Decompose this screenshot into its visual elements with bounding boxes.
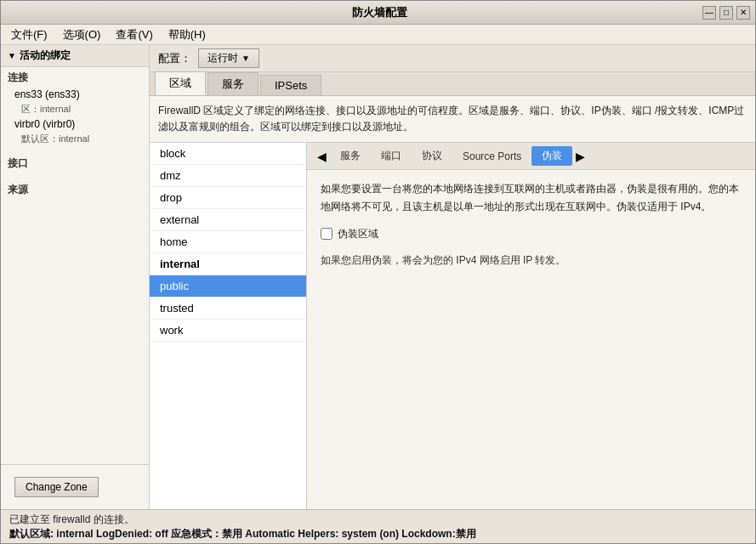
window-title: 防火墙配置 [57,5,702,20]
sidebar-item-ens33[interactable]: ens33 (ens33) [1,87,149,102]
zone-home[interactable]: home [150,231,306,253]
tab-services[interactable]: 服务 [207,72,259,95]
sidebar-bottom: Change Zone [1,464,149,509]
connections-group-label: 连接 [1,67,149,87]
status-line2: 默认区域: internal LogDenied: off 应急模式：禁用 Au… [9,527,747,541]
status-bar: 已建立至 firewalld 的连接。 默认区域: internal LogDe… [1,509,755,543]
masquerade-content: 如果您要设置一台将您的本地网络连接到互联网的主机或者路由器，伪装是很有用的。您的… [307,170,755,509]
masquerade-desc1: 如果您要设置一台将您的本地网络连接到互联网的主机或者路由器，伪装是很有用的。您的… [321,180,742,215]
sidebar-item-virbr0-zone: 默认区：internal [1,132,149,146]
maximize-button[interactable]: □ [719,6,733,20]
main-area: ▼ 活动的绑定 连接 ens33 (ens33) 区：internal virb… [1,45,755,509]
status-line1: 已建立至 firewalld 的连接。 [9,513,747,527]
config-bar: 配置： 运行时 ▼ [150,45,755,72]
sidebar: ▼ 活动的绑定 连接 ens33 (ens33) 区：internal virb… [1,45,150,509]
tab-ipsets[interactable]: IPSets [260,75,321,95]
zone-block[interactable]: block [150,143,306,165]
title-bar: 防火墙配置 — □ ✕ [1,1,755,25]
runtime-button[interactable]: 运行时 ▼ [198,48,259,68]
masquerade-checkbox[interactable] [321,228,333,240]
sub-tab-masquerade[interactable]: 伪装 [531,146,572,166]
sidebar-header: ▼ 活动的绑定 [1,45,149,67]
zone-area: block dmz drop external home internal pu… [150,143,755,509]
zone-trusted[interactable]: trusted [150,298,306,320]
dropdown-arrow-icon: ▼ [242,54,250,63]
sub-tabs-prev-icon[interactable]: ◀ [314,148,330,165]
sidebar-arrow-icon: ▼ [8,51,16,60]
sub-tabs: ◀ 服务 端口 协议 Source Ports 伪装 ▶ [307,143,755,170]
tab-zones[interactable]: 区域 [155,71,206,95]
zone-drop[interactable]: drop [150,187,306,209]
zone-description: FirewallD 区域定义了绑定的网络连接、接口以及源地址的可信程度。区域是服… [150,96,755,143]
zone-public[interactable]: public [150,275,306,298]
masquerade-checkbox-label: 伪装区域 [338,225,378,242]
zone-dmz[interactable]: dmz [150,165,306,187]
config-label: 配置： [158,51,191,66]
menu-item-查看(V)[interactable]: 查看(V) [109,26,159,44]
sidebar-item-virbr0[interactable]: virbr0 (virbr0) [1,116,149,132]
right-panel: 配置： 运行时 ▼ 区域 服务 IPSets FirewallD 区域定义了绑定… [150,45,755,509]
zone-list: block dmz drop external home internal pu… [150,143,307,509]
sub-tab-source-ports[interactable]: Source Ports [452,148,531,165]
close-button[interactable]: ✕ [736,6,750,20]
masquerade-checkbox-row: 伪装区域 [321,225,742,242]
interfaces-group-label: 接口 [1,153,149,173]
sub-tab-services[interactable]: 服务 [330,146,371,166]
menu-item-文件(F)[interactable]: 文件(F) [4,26,54,44]
menu-bar: 文件(F)选项(O)查看(V)帮助(H) [1,25,755,45]
zone-detail: ◀ 服务 端口 协议 Source Ports 伪装 ▶ 如果您要设置一台将您的… [307,143,755,509]
window-controls: — □ ✕ [702,6,750,20]
zone-internal[interactable]: internal [150,253,306,275]
sidebar-item-ens33-zone: 区：internal [1,102,149,116]
zone-work[interactable]: work [150,320,306,342]
menu-item-选项(O)[interactable]: 选项(O) [56,26,108,44]
main-window: 防火墙配置 — □ ✕ 文件(F)选项(O)查看(V)帮助(H) ▼ 活动的绑定… [0,0,756,544]
sources-group-label: 来源 [1,179,149,199]
sub-tab-ports[interactable]: 端口 [371,146,412,166]
sub-tab-protocols[interactable]: 协议 [412,146,452,166]
main-tabs: 区域 服务 IPSets [150,72,755,96]
sub-tabs-next-icon[interactable]: ▶ [572,148,588,165]
change-zone-button[interactable]: Change Zone [14,477,99,497]
masquerade-desc2: 如果您启用伪装，将会为您的 IPv4 网络启用 IP 转发。 [321,252,742,269]
runtime-label: 运行时 [207,51,238,65]
sidebar-section-label: 活动的绑定 [20,48,71,63]
zone-external[interactable]: external [150,209,306,231]
minimize-button[interactable]: — [702,6,716,20]
menu-item-帮助(H)[interactable]: 帮助(H) [162,26,213,44]
